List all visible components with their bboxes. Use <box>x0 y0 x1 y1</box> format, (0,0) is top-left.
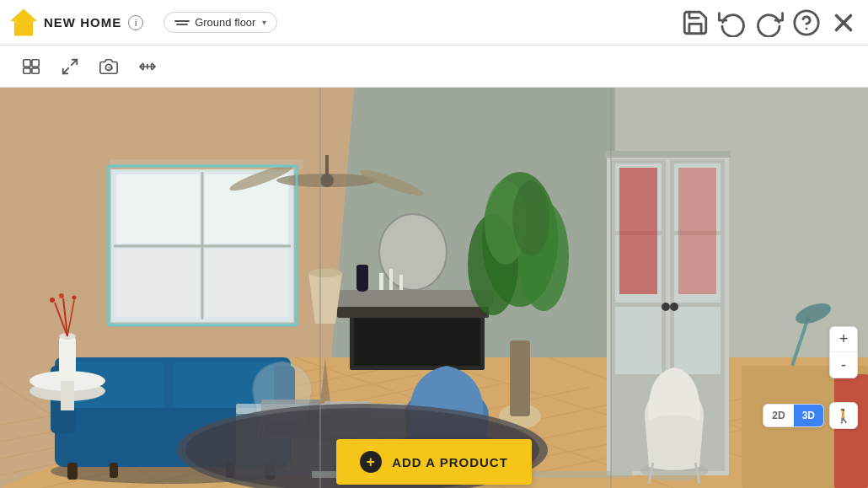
svg-rect-41 <box>116 249 200 317</box>
camera-button[interactable]: 3D <box>91 52 126 81</box>
svg-rect-79 <box>110 463 118 478</box>
plus-icon: + <box>360 451 382 473</box>
view-2d3d-button[interactable] <box>13 52 49 81</box>
logo-house-icon <box>10 9 37 36</box>
svg-rect-58 <box>356 265 368 288</box>
help-button[interactable] <box>792 8 821 37</box>
add-product-label: ADD A PRODUCT <box>392 455 508 469</box>
toolbar: 3D <box>0 46 868 88</box>
person-view-button[interactable]: 🚶 <box>829 402 858 429</box>
info-icon[interactable]: i <box>128 15 143 30</box>
svg-rect-117 <box>605 151 731 158</box>
floor-layers-icon <box>174 17 190 29</box>
svg-rect-126 <box>834 374 868 488</box>
chevron-down-icon: ▾ <box>262 18 266 27</box>
svg-rect-51 <box>354 315 480 366</box>
svg-point-65 <box>512 180 549 256</box>
2d-mode-button[interactable]: 2D <box>764 405 793 426</box>
topbar: NEW HOME i Ground floor ▾ <box>0 0 868 46</box>
floor-label: Ground floor <box>195 16 255 29</box>
fullscreen-button[interactable] <box>52 52 88 81</box>
logo-block: NEW HOME i <box>10 9 143 36</box>
svg-rect-6 <box>24 67 30 72</box>
svg-point-116 <box>670 303 678 311</box>
svg-rect-54 <box>379 273 383 290</box>
view-switcher: 2D 3D 🚶 <box>763 402 858 429</box>
svg-point-93 <box>72 296 77 300</box>
svg-rect-118 <box>619 168 657 294</box>
save-button[interactable] <box>681 8 710 37</box>
zoom-controls: + - <box>829 326 858 378</box>
topbar-right-controls <box>681 8 858 37</box>
zoom-out-button[interactable]: - <box>830 352 857 378</box>
svg-rect-42 <box>205 249 288 317</box>
svg-point-115 <box>662 303 670 311</box>
svg-rect-53 <box>333 290 493 307</box>
redo-button[interactable] <box>755 8 784 37</box>
svg-rect-111 <box>615 307 662 374</box>
svg-rect-5 <box>32 59 39 66</box>
app-title: NEW HOME <box>44 15 121 29</box>
svg-rect-56 <box>399 275 403 290</box>
svg-text:3D: 3D <box>107 65 113 70</box>
close-button[interactable] <box>829 8 858 37</box>
svg-line-9 <box>63 67 68 72</box>
svg-rect-55 <box>389 269 393 290</box>
canvas-area[interactable]: + - 2D 3D 🚶 + ADD A PRODUCT <box>0 88 868 488</box>
undo-button[interactable] <box>718 8 747 37</box>
svg-rect-86 <box>59 336 76 380</box>
svg-point-91 <box>50 298 55 303</box>
measure-button[interactable] <box>130 52 165 81</box>
floor-selector[interactable]: Ground floor ▾ <box>163 12 277 33</box>
view-mode-row: 2D 3D <box>763 404 824 427</box>
svg-rect-4 <box>24 59 30 66</box>
svg-point-68 <box>308 269 342 277</box>
zoom-in-button[interactable]: + <box>830 327 857 352</box>
svg-rect-85 <box>61 381 74 410</box>
svg-rect-39 <box>116 174 200 244</box>
3d-mode-button[interactable]: 3D <box>794 405 823 426</box>
svg-rect-119 <box>678 168 716 294</box>
add-product-button[interactable]: + ADD A PRODUCT <box>336 439 532 485</box>
svg-rect-7 <box>32 67 39 72</box>
svg-rect-60 <box>510 341 530 416</box>
svg-point-92 <box>59 293 64 298</box>
svg-rect-114 <box>674 307 721 374</box>
svg-rect-77 <box>67 463 78 480</box>
svg-line-8 <box>72 59 77 64</box>
